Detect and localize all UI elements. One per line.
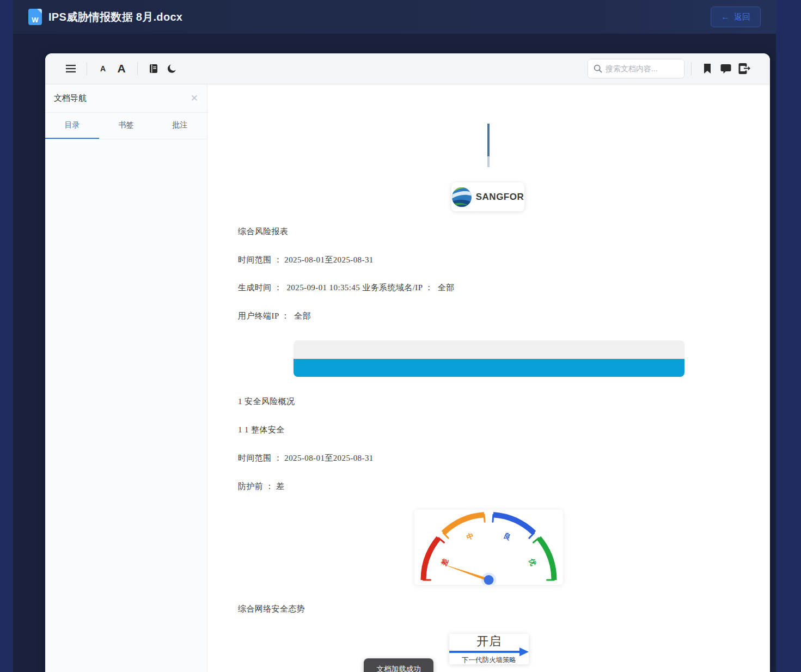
toast-text: 文档加载成功 [377,664,421,672]
back-arrow-icon: ← [721,13,730,21]
file-fold-corner [37,9,42,14]
pre-protection-line: 防护前 ： 差 [238,481,284,492]
menu-button[interactable] [62,59,80,78]
tab-annotations[interactable]: 批注 [153,113,207,139]
gauge-hub [484,575,494,585]
sidebar-tabs: 目录 书签 批注 [45,113,207,139]
gauge-svg: 差 中 良 优 [414,510,563,585]
bookmark-icon [703,63,712,74]
gauge-needle [441,564,490,582]
back-button-label: 返回 [734,12,750,22]
comment-icon [720,64,731,74]
placeholder-bar-blue [294,359,684,377]
time-range-line-2: 时间范围 ： 2025-08-01至2025-08-31 [238,453,374,463]
time-range-line: 时间范围 ： 2025-08-01至2025-08-31 [238,254,374,265]
navigation-sidebar: 文档导航 ✕ 目录 书签 批注 [45,84,207,672]
gauge-label-medium: 中 [466,531,475,541]
globe-icon [452,187,472,207]
file-icon-letter: W [28,16,42,24]
font-decrease-label: A [100,64,106,73]
search-icon [594,64,602,73]
gauge-label-excellent: 优 [527,557,537,567]
tab-annotations-label: 批注 [173,120,188,130]
close-icon[interactable]: ✕ [191,94,198,103]
reading-mode-button[interactable] [144,59,163,78]
app-window: W IPS威胁情报数据 8月.docx ← 返回 A A [13,0,776,672]
placeholder-bar-gray [294,340,684,359]
firewall-policy-node: 开启 下一代防火墙策略 [449,634,529,664]
sidebar-title: 文档导航 [54,93,87,103]
section-1-heading: 1 安全风险概况 [238,396,295,407]
font-decrease-button[interactable]: A [94,59,112,78]
search-box [588,59,684,78]
switch-on-label: 开启 [449,634,529,649]
title-bar: W IPS威胁情报数据 8月.docx ← 返回 [13,0,776,34]
export-button[interactable] [735,59,754,78]
tab-bookmarks[interactable]: 书签 [99,113,153,139]
report-title: 综合风险报表 [238,226,288,237]
sangfor-logo: SANGFOR [451,182,524,211]
toolbar-divider [691,62,692,75]
back-button[interactable]: ← 返回 [711,7,761,27]
toolbar-divider [87,62,87,75]
toast-message: 文档加载成功 [364,658,433,672]
viewer-toolbar: A A [45,53,770,84]
bookmark-button[interactable] [698,59,717,78]
policy-label: 下一代防火墙策略 [449,656,529,665]
viewer-panel: A A [45,53,770,672]
search-input[interactable] [606,64,671,73]
export-icon [738,63,750,74]
document-title: IPS威胁情报数据 8月.docx [48,10,182,25]
caret-line-top [487,124,490,156]
font-increase-label: A [117,62,125,75]
posture-line: 综合网络安全态势 [238,603,305,614]
menu-icon [66,65,76,72]
section-1-1-heading: 1 1 整体安全 [238,424,285,435]
caret-line-bottom [487,156,490,167]
arrow-right-icon [449,647,529,656]
dark-mode-button[interactable] [163,59,181,78]
logo-wordmark: SANGFOR [476,192,524,203]
reader-mode-icon [148,63,159,74]
tab-toc-label: 目录 [65,120,80,130]
document-page[interactable]: SANGFOR 综合风险报表 时间范围 ： 2025-08-01至2025-08… [208,84,770,672]
tab-toc[interactable]: 目录 [45,113,99,139]
generated-line: 生成时间 ： 2025-09-01 10:35:45 业务系统域名/IP ： 全… [238,282,454,293]
security-gauge-chart: 差 中 良 优 [414,510,563,585]
caret-line [487,124,490,167]
font-increase-button[interactable]: A [112,59,131,78]
sidebar-header: 文档导航 ✕ [45,84,207,113]
toolbar-divider [137,62,138,75]
user-ip-line: 用户终端IP ： 全部 [238,310,311,321]
word-file-icon: W [28,9,42,25]
tab-bookmarks-label: 书签 [119,120,134,130]
comment-button[interactable] [717,59,735,78]
dark-mode-icon [167,64,177,74]
gauge-label-good: 良 [503,531,512,541]
